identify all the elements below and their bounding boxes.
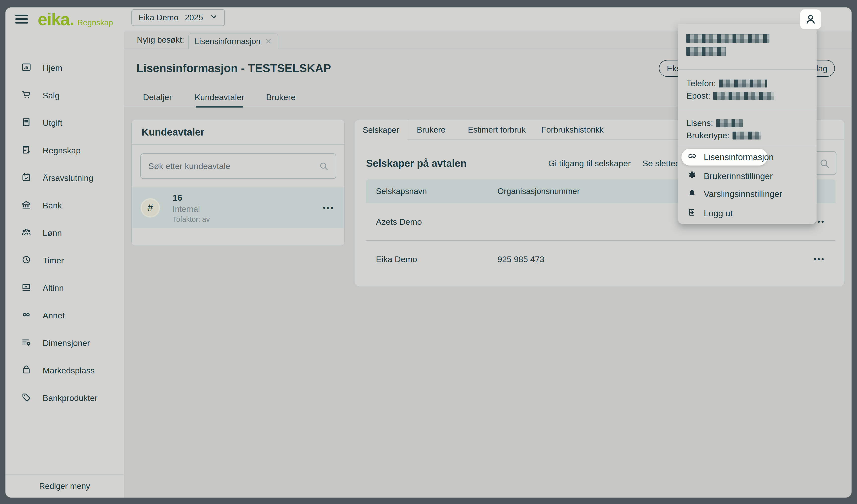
sidebar-item-dimensjoner[interactable]: Dimensjoner bbox=[5, 329, 124, 357]
user-name-redacted bbox=[686, 34, 812, 43]
cart-icon bbox=[21, 89, 32, 102]
sidebar-item-label: Utgift bbox=[43, 118, 62, 128]
tab-detaljer[interactable]: Detaljer bbox=[141, 87, 173, 107]
edit-menu-button[interactable]: Rediger meny bbox=[5, 474, 124, 498]
agreement-search-input[interactable] bbox=[141, 161, 319, 171]
menu-item-label: Varslingsinnstillinger bbox=[704, 189, 782, 199]
tab-label: Brukere bbox=[417, 125, 446, 135]
window-frame: eika. Regnskap Eika Demo 2025 bbox=[0, 0, 857, 504]
menu-item-brukerinnstillinger[interactable]: Brukerinnstillinger bbox=[682, 168, 786, 185]
tab-label: Kundeavtaler bbox=[195, 92, 244, 102]
menu-item-varslingsinnstillinger[interactable]: Varslingsinnstillinger bbox=[682, 186, 786, 203]
dimensions-icon bbox=[21, 337, 32, 350]
divider bbox=[678, 109, 817, 109]
email-row: Epost: bbox=[686, 91, 812, 101]
email-value-redacted bbox=[713, 92, 774, 100]
ledger-icon bbox=[21, 144, 32, 157]
sidebar-item-label: Årsavslutning bbox=[43, 173, 93, 183]
column-selskapsnavn: Selskapsnavn bbox=[376, 187, 427, 196]
recently-visited-label: Nylig besøkt: bbox=[137, 31, 184, 49]
license-row: Lisens: bbox=[686, 118, 812, 128]
profile-icon[interactable] bbox=[800, 10, 821, 29]
sidebar-nav: Hjem Salg Utgift Regnskap Årsavslutning … bbox=[5, 31, 124, 412]
menu-item-logg-ut[interactable]: Logg ut bbox=[682, 205, 786, 222]
tab-selskaper[interactable]: Selskaper bbox=[355, 120, 407, 140]
sidebar-item-label: Dimensjoner bbox=[43, 338, 90, 348]
phone-value-redacted bbox=[719, 80, 767, 87]
link-icon bbox=[687, 151, 697, 163]
tab-label: Forbrukshistorikk bbox=[541, 125, 604, 135]
sidebar-item-bankprodukter[interactable]: Bankprodukter bbox=[5, 384, 124, 412]
tab-brukere[interactable]: Brukere bbox=[265, 87, 296, 107]
agreement-list-item[interactable]: # 16 Internal Tofaktor: av ••• bbox=[132, 187, 345, 228]
infinity-icon bbox=[21, 309, 32, 322]
divider bbox=[678, 69, 817, 70]
app-logo: eika. Regnskap bbox=[38, 10, 113, 29]
sidebar-item-altinn[interactable]: Altinn bbox=[5, 274, 124, 302]
calendar-check-icon bbox=[21, 172, 32, 185]
grant-access-link[interactable]: Gi tilgang til selskaper bbox=[548, 159, 631, 168]
company-name: Azets Demo bbox=[376, 217, 422, 227]
menu-item-lisensinformasjon[interactable]: Lisensinformasjon bbox=[682, 149, 768, 166]
search-icon bbox=[819, 158, 830, 169]
user-dropdown-menu: Telefon: Epost: Lisens: Brukertype: Lise… bbox=[678, 24, 817, 224]
company-selector[interactable]: Eika Demo 2025 bbox=[131, 9, 225, 26]
table-row[interactable]: Eika Demo 925 985 473 ••• bbox=[366, 240, 836, 278]
avatar: # bbox=[140, 198, 160, 218]
license-label: Lisens: bbox=[686, 118, 713, 128]
bell-icon bbox=[687, 188, 697, 200]
menu-item-label: Lisensinformasjon bbox=[704, 152, 774, 162]
sidebar-item-label: Salg bbox=[43, 91, 60, 100]
email-label: Epost: bbox=[686, 91, 710, 101]
sidebar-item-label: Regnskap bbox=[43, 146, 81, 155]
inbox-icon bbox=[21, 282, 32, 295]
sidebar-item-arsavslutning[interactable]: Årsavslutning bbox=[5, 164, 124, 192]
edit-menu-label: Rediger meny bbox=[39, 482, 90, 491]
logo-suffix: Regnskap bbox=[78, 18, 113, 27]
tab-forbrukshistorikk[interactable]: Forbrukshistorikk bbox=[542, 120, 603, 140]
recent-chip-label: Lisensinformasjon bbox=[195, 37, 261, 46]
app-window: eika. Regnskap Eika Demo 2025 bbox=[5, 7, 852, 498]
sidebar-item-timer[interactable]: Timer bbox=[5, 247, 124, 274]
sidebar-item-markedsplass[interactable]: Markedsplass bbox=[5, 357, 124, 384]
more-options-icon[interactable]: ••• bbox=[323, 204, 335, 212]
tab-kundeavtaler[interactable]: Kundeavtaler bbox=[196, 87, 243, 107]
usertype-row: Brukertype: bbox=[686, 131, 812, 140]
tab-label: Estimert forbruk bbox=[468, 125, 526, 135]
company-name: Eika Demo bbox=[376, 254, 417, 264]
more-options-icon[interactable]: ••• bbox=[813, 255, 825, 263]
chevron-down-icon bbox=[209, 12, 218, 23]
agreement-twofactor: Tofaktor: av bbox=[173, 214, 210, 224]
sidebar-item-lonn[interactable]: Lønn bbox=[5, 219, 124, 247]
bank-icon bbox=[21, 199, 32, 212]
menu-item-label: Brukerinnstillinger bbox=[704, 171, 773, 181]
menu-item-label: Logg ut bbox=[704, 208, 733, 218]
tab-brukere-companies[interactable]: Brukere bbox=[416, 120, 447, 140]
menu-icon[interactable] bbox=[15, 13, 28, 25]
people-icon bbox=[21, 227, 32, 240]
sidebar: Hjem Salg Utgift Regnskap Årsavslutning … bbox=[5, 31, 124, 498]
tag-icon bbox=[21, 392, 32, 405]
agreement-item-text: 16 Internal Tofaktor: av bbox=[173, 192, 210, 225]
recent-chip-lisensinformasjon[interactable]: Lisensinformasjon ✕ bbox=[188, 33, 278, 49]
phone-label: Telefon: bbox=[686, 79, 716, 88]
logout-icon bbox=[687, 207, 697, 220]
gear-icon bbox=[687, 170, 697, 183]
tab-estimert-forbruk[interactable]: Estimert forbruk bbox=[468, 120, 526, 140]
companies-heading: Selskaper på avtalen bbox=[366, 158, 467, 169]
sidebar-item-bank[interactable]: Bank bbox=[5, 192, 124, 219]
sidebar-item-label: Annet bbox=[43, 311, 65, 320]
sidebar-item-hjem[interactable]: Hjem bbox=[5, 54, 124, 82]
page-title: Lisensinformasjon - TESTSELSKAP bbox=[136, 62, 331, 75]
close-icon[interactable]: ✕ bbox=[265, 37, 272, 46]
right-button-label: lag bbox=[816, 64, 827, 73]
sidebar-item-regnskap[interactable]: Regnskap bbox=[5, 137, 124, 164]
sidebar-item-salg[interactable]: Salg bbox=[5, 82, 124, 109]
sidebar-item-label: Altinn bbox=[43, 283, 64, 293]
agreements-panel: Kundeavtaler # 16 Internal Tofaktor: av … bbox=[131, 120, 345, 246]
receipt-icon bbox=[21, 117, 32, 129]
search-icon bbox=[319, 161, 336, 171]
sidebar-item-annet[interactable]: Annet bbox=[5, 302, 124, 329]
sidebar-item-label: Lønn bbox=[43, 228, 62, 238]
sidebar-item-utgift[interactable]: Utgift bbox=[5, 109, 124, 137]
